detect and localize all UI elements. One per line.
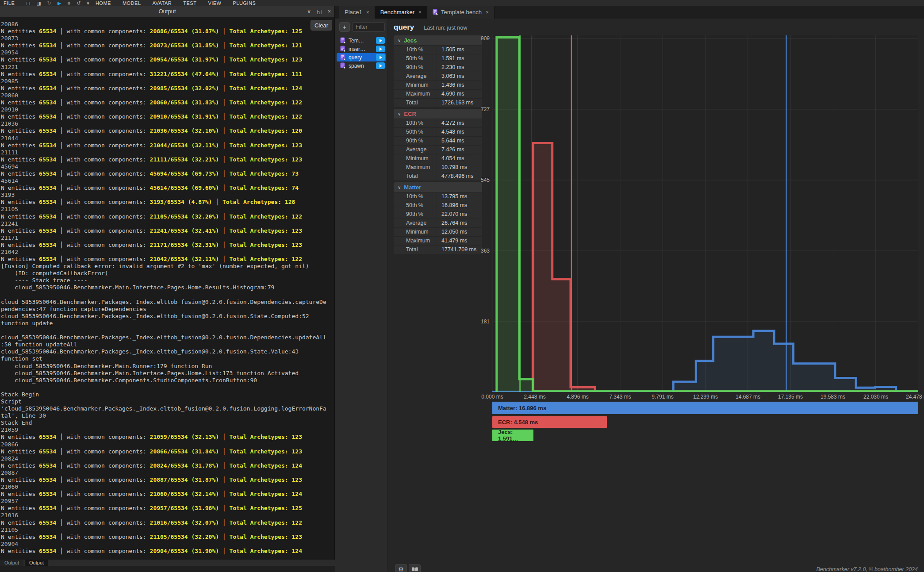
filter-input[interactable] <box>352 22 385 32</box>
docs-button[interactable] <box>409 564 421 572</box>
stat-label: Minimum <box>394 154 437 163</box>
menu-test[interactable]: TEST <box>183 0 196 6</box>
publish-icon[interactable]: ◨ <box>36 0 41 6</box>
console-line: N entities 65534 │ with common component… <box>1 256 334 263</box>
tab-place1[interactable]: Place1× <box>339 6 375 19</box>
stat-label: Total <box>394 246 437 254</box>
tab-close-icon[interactable]: × <box>418 9 422 15</box>
stop-icon[interactable]: ■ <box>67 0 70 6</box>
stat-value: 1.505 ms <box>437 46 482 54</box>
menu-file[interactable]: FILE <box>4 0 15 6</box>
clear-button[interactable]: Clear <box>311 20 332 31</box>
play-icon <box>380 47 382 51</box>
console-line: 3193 <box>1 192 334 199</box>
stat-row: 90th %2.230 ms <box>394 63 482 72</box>
console-line: tal', Line 30 <box>1 412 334 419</box>
output-dock-tab[interactable]: Output <box>25 560 48 566</box>
stat-label: Maximum <box>394 90 437 98</box>
stats-section-header[interactable]: ∨Matter <box>394 182 482 192</box>
console-line: N entities 65534 │ with common component… <box>1 142 334 149</box>
console-line: 21036 <box>1 120 334 127</box>
stat-value: 1.436 ms <box>437 81 482 89</box>
run-benchmark-button[interactable] <box>376 37 385 44</box>
menu-plugins[interactable]: PLUGINS <box>233 0 256 6</box>
console-line: 45694 <box>1 163 334 170</box>
chevron-down-icon: ∨ <box>398 185 401 190</box>
stats-section-header[interactable]: ∨ECR <box>394 109 482 119</box>
run-benchmark-button[interactable] <box>376 62 385 69</box>
console-line: N entities 65534 │ with common component… <box>1 448 334 455</box>
right-pane: Place1×Benchmarker×Template.bench× + Tem… <box>335 6 924 572</box>
stat-label: Minimum <box>394 228 437 236</box>
console-line: N entities 65534 │ with common component… <box>1 519 334 526</box>
redo-icon[interactable]: ↻ <box>47 0 51 6</box>
play-icon <box>380 39 382 42</box>
output-titlebar: Output ∨ ◱ × <box>0 6 334 17</box>
close-icon[interactable]: × <box>328 8 331 15</box>
run-benchmark-button[interactable] <box>376 46 385 52</box>
bench-item-spawn[interactable]: spawn <box>337 61 386 70</box>
stat-row: 10th %4.272 ms <box>394 119 482 127</box>
console-line: ---- Stack trace ---- <box>1 277 334 284</box>
copy-icon[interactable]: ◻ <box>26 0 30 6</box>
chevron-down-icon[interactable]: ∨ <box>307 8 311 15</box>
play-icon[interactable]: ▶ <box>58 0 61 6</box>
benchmark-list-panel: + Tem…inser…queryspawn <box>335 19 388 572</box>
console-line: 45614 <box>1 177 334 184</box>
stat-value: 5.644 ms <box>437 137 482 145</box>
add-benchmark-button[interactable]: + <box>339 22 350 32</box>
console-line: 21111 <box>1 149 334 156</box>
script-icon <box>340 62 346 69</box>
stat-label: Average <box>394 146 437 154</box>
stats-section-header[interactable]: ∨Jecs <box>394 35 482 45</box>
dropdown-caret-icon[interactable]: ▾ <box>87 0 89 6</box>
console-line: 21016 <box>1 512 334 519</box>
run-benchmark-button[interactable] <box>376 54 385 61</box>
library-name: Matter <box>404 184 421 191</box>
tab-close-icon[interactable]: × <box>366 9 369 15</box>
bench-item-label: inser… <box>349 46 376 52</box>
console-line: N entities 65534 │ with common component… <box>1 534 334 541</box>
console-line: 21059 <box>1 426 334 434</box>
x-axis-label: 9.791 ms <box>652 394 673 400</box>
tab-template-bench[interactable]: Template.bench× <box>427 6 495 19</box>
output-dock-tab[interactable]: Output <box>0 560 23 566</box>
stat-label: Maximum <box>394 163 437 172</box>
console-line: [Fusion] Computed callback error: invali… <box>1 263 334 270</box>
menu-view[interactable]: VIEW <box>208 0 221 6</box>
script-icon <box>340 46 346 52</box>
chevron-down-icon: ∨ <box>398 38 401 43</box>
console-line: 20904 <box>1 541 334 548</box>
library-name: Jecs <box>404 37 417 44</box>
tab-close-icon[interactable]: × <box>486 9 489 15</box>
stat-label: 10th % <box>394 192 437 201</box>
tab-benchmarker[interactable]: Benchmarker× <box>375 6 427 19</box>
dock-icon[interactable]: ◱ <box>317 8 322 15</box>
console-line: cloud_5853950046.Benchmarker.Packages._I… <box>1 313 334 320</box>
bench-item-query[interactable]: query <box>337 53 386 61</box>
console-line: 20886 <box>1 21 334 28</box>
console-line: 20985 <box>1 78 334 85</box>
undo-icon[interactable]: ↺ <box>77 0 81 6</box>
settings-button[interactable]: ⚙ <box>395 564 407 572</box>
output-console[interactable]: Clear 20886N entities 65534 │ with commo… <box>0 17 334 560</box>
stat-label: 90th % <box>394 137 437 145</box>
bench-item-inser[interactable]: inser… <box>337 45 386 53</box>
stat-value: 1.591 ms <box>437 54 482 63</box>
stat-row: 50th %16.896 ms <box>394 201 482 210</box>
menu-avatar[interactable]: AVATAR <box>153 0 172 6</box>
menu-home[interactable]: HOME <box>96 0 111 6</box>
console-line: N entities 65534 │ with common component… <box>1 42 334 49</box>
stat-row: Average26.764 ms <box>394 219 482 227</box>
console-line: N entities 65534 │ with common component… <box>1 213 334 220</box>
stat-value: 10.798 ms <box>437 163 482 172</box>
console-line <box>1 292 334 299</box>
bench-item-tem[interactable]: Tem… <box>337 36 386 45</box>
stat-label: 50th % <box>394 54 437 63</box>
tab-label: Benchmarker <box>380 9 414 15</box>
console-line: N entities 65534 │ with common component… <box>1 462 334 469</box>
menu-model[interactable]: MODEL <box>123 0 141 6</box>
console-line: N entities 65534 │ with common component… <box>1 505 334 512</box>
stat-row: Total17741.709 ms <box>394 245 482 254</box>
stat-label: Minimum <box>394 81 437 89</box>
